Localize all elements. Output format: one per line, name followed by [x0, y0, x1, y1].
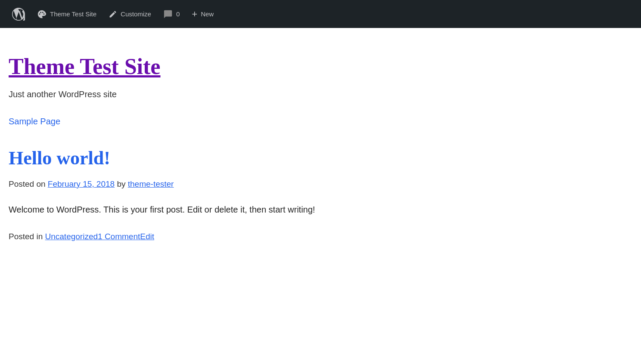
plus-icon: +	[192, 9, 197, 19]
palette-icon	[37, 9, 47, 19]
site-title: Theme Test Site	[9, 54, 160, 79]
comments-count-badge: 0	[176, 10, 180, 18]
post-comments-link[interactable]: 1 Comment	[98, 232, 140, 241]
new-content-button[interactable]: + New	[187, 7, 219, 22]
customize-icon	[109, 10, 117, 19]
by-label: by	[117, 179, 128, 188]
site-description: Just another WordPress site	[9, 89, 632, 99]
posted-on-label: Posted on	[9, 179, 48, 188]
new-label: New	[201, 10, 214, 18]
customize-label: Customize	[121, 10, 151, 18]
post-footer: Posted in Uncategorized1 CommentEdit	[9, 232, 632, 241]
comments-button[interactable]: 0	[158, 7, 185, 22]
site-title-link[interactable]: Theme Test Site	[9, 67, 160, 76]
site-name-button[interactable]: Theme Test Site	[32, 7, 102, 22]
post-title: Hello world!	[9, 147, 632, 169]
comments-icon	[163, 9, 173, 19]
main-content: Theme Test Site Just another WordPress s…	[0, 28, 641, 259]
post-title-link[interactable]: Hello world!	[9, 148, 110, 169]
admin-bar: Theme Test Site Customize 0 + New	[0, 0, 641, 28]
post-meta: Posted on February 15, 2018 by theme-tes…	[9, 179, 632, 189]
posted-in-text: Posted in	[9, 232, 45, 241]
post-content: Welcome to WordPress. This is your first…	[9, 203, 632, 216]
post-edit-link[interactable]: Edit	[140, 232, 154, 241]
wordpress-icon	[12, 8, 25, 21]
post-category-link[interactable]: Uncategorized	[45, 232, 98, 241]
customize-button[interactable]: Customize	[103, 7, 156, 21]
site-name-label: Theme Test Site	[50, 10, 96, 18]
nav-sample-page[interactable]: Sample Page	[9, 117, 60, 126]
wp-logo-button[interactable]	[7, 5, 30, 23]
post-content-text: Welcome to WordPress. This is your first…	[9, 203, 632, 216]
post-article: Hello world! Posted on February 15, 2018…	[9, 147, 632, 241]
post-author-link[interactable]: theme-tester	[128, 179, 174, 188]
site-nav: Sample Page	[9, 117, 632, 126]
post-date-link[interactable]: February 15, 2018	[48, 179, 115, 188]
